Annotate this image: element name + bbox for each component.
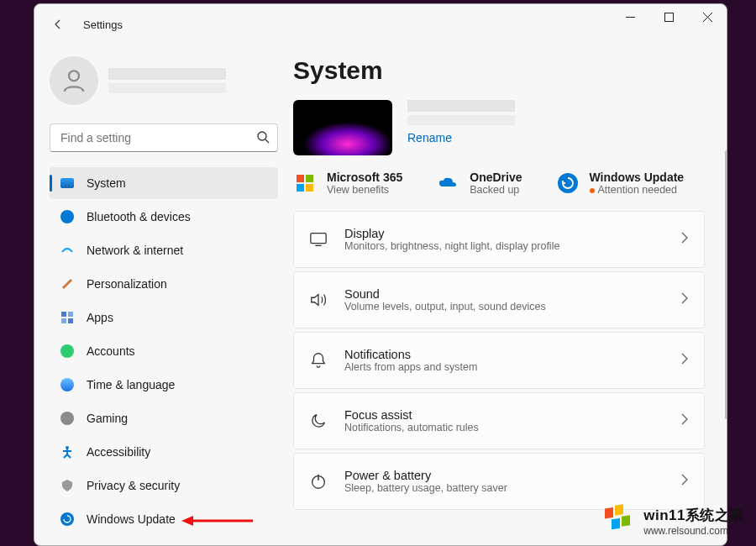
svg-rect-20 xyxy=(306,184,313,192)
sidebar-item-label: Accessibility xyxy=(87,445,150,459)
svg-line-7 xyxy=(63,280,71,288)
sidebar-item-privacy[interactable]: Privacy & security xyxy=(50,470,278,501)
svg-point-4 xyxy=(69,71,79,81)
maximize-icon xyxy=(664,13,674,22)
sidebar-item-gaming[interactable]: Gaming xyxy=(50,402,278,434)
titlebar: Settings xyxy=(34,4,727,45)
apps-icon xyxy=(60,310,75,325)
svg-rect-18 xyxy=(306,175,313,182)
accessibility-icon xyxy=(60,444,75,459)
bluetooth-icon xyxy=(60,209,75,224)
device-row: Rename xyxy=(293,100,706,155)
nav: System Bluetooth & devices Network & int… xyxy=(50,167,278,535)
person-icon xyxy=(60,66,88,95)
setting-sound[interactable]: Sound Volume levels, output, input, soun… xyxy=(293,271,705,328)
svg-rect-10 xyxy=(61,318,66,323)
status-card-update[interactable]: Windows Update Attention needed xyxy=(556,171,685,196)
back-button[interactable] xyxy=(41,8,75,41)
sidebar-item-label: Gaming xyxy=(87,412,128,425)
scrollbar[interactable] xyxy=(725,150,727,419)
window-title: Settings xyxy=(83,18,123,31)
content: System Rename Microsoft 365 View be xyxy=(293,45,727,545)
sound-icon xyxy=(309,291,328,309)
svg-rect-19 xyxy=(297,184,304,192)
setting-notifications[interactable]: Notifications Alerts from apps and syste… xyxy=(293,332,705,389)
sidebar-item-time[interactable]: Time & language xyxy=(50,369,278,401)
chevron-right-icon xyxy=(680,474,689,489)
svg-rect-8 xyxy=(61,312,66,317)
setting-focus[interactable]: Focus assist Notifications, automatic ru… xyxy=(293,392,705,449)
svg-rect-1 xyxy=(664,13,673,21)
sidebar-item-label: Windows Update xyxy=(87,512,176,526)
status-cards: Microsoft 365 View benefits OneDrive Bac… xyxy=(293,171,706,196)
sidebar-item-label: Bluetooth & devices xyxy=(87,210,191,223)
profile-text xyxy=(108,68,226,93)
sidebar: System Bluetooth & devices Network & int… xyxy=(34,45,293,545)
status-card-sub: Backed up xyxy=(470,184,522,196)
sidebar-item-label: System xyxy=(87,176,126,190)
setting-title: Sound xyxy=(344,287,664,301)
setting-display[interactable]: Display Monitors, brightness, night ligh… xyxy=(293,211,705,268)
svg-rect-21 xyxy=(311,234,326,244)
accounts-icon xyxy=(60,344,75,359)
status-card-sub: View benefits xyxy=(327,184,402,196)
sidebar-item-label: Privacy & security xyxy=(87,479,180,492)
back-arrow-icon xyxy=(51,18,65,31)
sidebar-item-system[interactable]: System xyxy=(50,167,278,199)
svg-rect-11 xyxy=(68,318,73,323)
search-input[interactable] xyxy=(50,123,278,152)
gaming-icon xyxy=(60,411,75,426)
window-controls xyxy=(611,4,727,29)
setting-title: Focus assist xyxy=(344,408,664,422)
sidebar-item-network[interactable]: Network & internet xyxy=(50,234,278,266)
brush-icon xyxy=(60,276,75,291)
close-icon xyxy=(703,13,712,22)
sidebar-item-bluetooth[interactable]: Bluetooth & devices xyxy=(50,201,278,233)
svg-line-6 xyxy=(265,139,269,143)
watermark-url: www.relsound.com xyxy=(643,525,744,537)
watermark-title: win11系统之家 xyxy=(643,506,744,525)
profile-email-blurred xyxy=(108,83,226,93)
update-icon xyxy=(60,512,75,527)
setting-desc: Volume levels, output, input, sound devi… xyxy=(344,301,664,312)
power-icon xyxy=(309,472,328,491)
maximize-button[interactable] xyxy=(649,4,688,29)
system-icon xyxy=(60,176,75,191)
chevron-right-icon xyxy=(680,232,689,247)
setting-desc: Notifications, automatic rules xyxy=(344,422,664,433)
sidebar-item-label: Network & internet xyxy=(87,244,183,257)
rename-link[interactable]: Rename xyxy=(407,131,452,144)
watermark: win11系统之家 www.relsound.com xyxy=(598,501,748,541)
wallpaper-thumbnail[interactable] xyxy=(293,100,392,155)
globe-icon xyxy=(60,377,75,392)
sidebar-item-personalization[interactable]: Personalization xyxy=(50,268,278,300)
sidebar-item-label: Time & language xyxy=(87,378,175,391)
chevron-right-icon xyxy=(680,292,689,307)
svg-rect-28 xyxy=(615,504,623,515)
chevron-right-icon xyxy=(680,413,689,428)
svg-rect-29 xyxy=(612,518,620,529)
setting-desc: Monitors, brightness, night light, displ… xyxy=(344,240,664,252)
status-card-onedrive[interactable]: OneDrive Backed up xyxy=(436,171,522,196)
device-model-blurred xyxy=(407,115,515,125)
settings-window: Settings xyxy=(34,3,727,546)
sidebar-item-label: Personalization xyxy=(87,277,167,291)
minimize-button[interactable] xyxy=(611,4,649,29)
device-name-blurred xyxy=(407,100,515,112)
sidebar-item-accessibility[interactable]: Accessibility xyxy=(50,436,278,468)
sidebar-item-apps[interactable]: Apps xyxy=(50,302,278,333)
sidebar-item-accounts[interactable]: Accounts xyxy=(50,335,278,367)
setting-title: Display xyxy=(344,227,664,240)
setting-title: Power & battery xyxy=(344,469,664,482)
status-card-title: Windows Update xyxy=(590,171,685,184)
status-card-title: Microsoft 365 xyxy=(327,171,402,184)
svg-rect-9 xyxy=(68,312,73,317)
status-card-m365[interactable]: Microsoft 365 View benefits xyxy=(293,171,402,196)
svg-rect-17 xyxy=(297,175,304,182)
close-button[interactable] xyxy=(688,4,727,29)
profile-block[interactable] xyxy=(50,51,278,120)
sidebar-item-update[interactable]: Windows Update xyxy=(50,503,278,535)
search-wrap xyxy=(50,123,278,152)
page-title: System xyxy=(293,56,706,85)
body: System Bluetooth & devices Network & int… xyxy=(34,45,727,545)
